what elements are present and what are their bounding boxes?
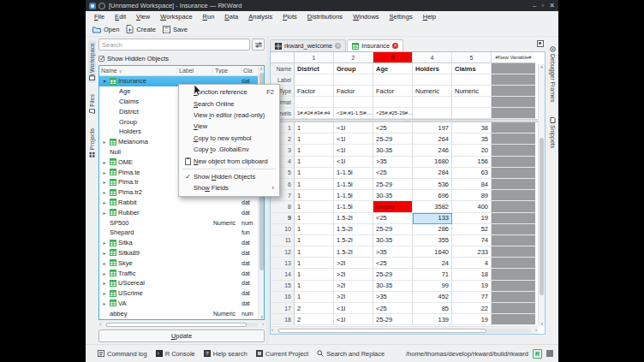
data-cell[interactable]: <25 — [373, 122, 413, 134]
tree-item-shepard[interactable]: Shepardfun — [99, 228, 258, 238]
menu-item-view-in-editor-read-only-[interactable]: View in editor (read-only) — [179, 110, 279, 121]
data-cell[interactable]: 1 — [295, 168, 334, 179]
scroll-left-icon[interactable]: ‹ — [99, 321, 101, 326]
data-cell[interactable]: >35 — [373, 246, 413, 258]
meta-cell[interactable]: Factor — [373, 86, 413, 97]
row-number[interactable]: 17 — [271, 303, 295, 314]
new-variable-cell[interactable] — [492, 179, 535, 190]
row-number[interactable]: 9 — [271, 213, 295, 224]
scroll-right-icon[interactable]: › — [535, 327, 537, 332]
new-variable-cell[interactable] — [492, 157, 535, 168]
data-cell[interactable]: 1 — [295, 201, 334, 212]
data-cell[interactable]: 84 — [452, 179, 492, 190]
menu-plots[interactable]: Plots — [277, 13, 302, 21]
tree-horizontal-scrollbar[interactable]: ‹ › — [98, 321, 265, 328]
column-header-2[interactable]: 2 — [334, 52, 373, 63]
menu-item-new-object-from-clipboard[interactable]: New object from clipboard — [179, 155, 279, 166]
meta-cell[interactable] — [295, 74, 334, 86]
row-number[interactable]: 10 — [271, 224, 295, 235]
save-button[interactable]: Save — [163, 26, 188, 33]
data-cell[interactable]: 25-29 — [373, 134, 413, 145]
tree-item-sp500[interactable]: SP500Numericnum — [99, 217, 258, 228]
data-cell[interactable]: 25-29 — [373, 179, 413, 190]
data-cell[interactable]: invalid — [373, 201, 413, 212]
collapsed-arrow-icon[interactable]: ▸ — [101, 169, 108, 175]
column-header-1[interactable]: 1 — [295, 52, 334, 63]
dock-tab-files[interactable]: Files — [88, 92, 96, 117]
data-cell[interactable]: 22 — [452, 303, 492, 314]
create-button[interactable]: Create — [126, 25, 156, 33]
data-cell[interactable]: 1 — [295, 122, 334, 134]
data-cell[interactable]: <25 — [373, 258, 413, 269]
editor-tab-rkward_welcome[interactable]: rkward_welcome✕ — [270, 39, 346, 51]
statusbar-r-console[interactable]: R Console — [156, 350, 195, 358]
data-cell[interactable]: 2 — [295, 303, 334, 314]
meta-cell[interactable]: Factor — [334, 86, 373, 97]
meta-cell[interactable]: Age — [373, 63, 413, 74]
data-cell[interactable]: 400 — [452, 201, 492, 212]
data-cell[interactable]: 1 — [295, 179, 334, 190]
table-vertical-scrollbar[interactable]: ∧∨ — [538, 64, 545, 326]
tree-item-uscrime[interactable]: ▸UScrimedat — [99, 288, 258, 299]
data-cell[interactable]: >2l — [334, 292, 373, 303]
tree-item-skye[interactable]: ▸Skyedat — [99, 258, 258, 268]
data-cell[interactable]: >35 — [373, 292, 413, 303]
menu-analysis[interactable]: Analysis — [243, 13, 277, 21]
data-cell[interactable]: 18 — [452, 269, 492, 280]
dock-tab-debugger-frames[interactable]: Debugger Frames — [549, 44, 557, 104]
new-variable-cell[interactable] — [492, 168, 535, 179]
data-cell[interactable]: 1-1.5l — [334, 168, 373, 179]
column-header-5[interactable]: 5 — [452, 52, 492, 63]
new-variable-cell[interactable] — [492, 134, 535, 145]
dock-tab-snippets[interactable]: Snippets — [549, 115, 557, 151]
row-number[interactable]: 8 — [271, 201, 295, 212]
checkbox-icon[interactable] — [98, 56, 104, 62]
data-cell[interactable]: 1 — [295, 281, 334, 292]
data-cell[interactable]: 1 — [295, 145, 334, 156]
data-cell[interactable]: 1 — [295, 157, 334, 168]
menu-distributions[interactable]: Distributions — [302, 13, 348, 21]
new-variable-cell[interactable] — [492, 224, 535, 235]
new-variable-cell[interactable] — [492, 281, 535, 292]
data-cell[interactable]: 52 — [452, 224, 492, 235]
data-cell[interactable]: 1 — [295, 190, 334, 201]
window-menu-icon[interactable] — [98, 3, 105, 9]
meta-cell[interactable] — [452, 74, 492, 86]
menu-item-copy-to-globalenv[interactable]: Copy to .GlobalEnv — [179, 144, 279, 155]
data-cell[interactable]: 30-35 — [373, 281, 413, 292]
data-cell[interactable]: 696 — [413, 190, 452, 201]
expanded-arrow-icon[interactable]: ▾ — [101, 78, 108, 84]
data-cell[interactable]: 286 — [413, 224, 452, 235]
collapsed-arrow-icon[interactable]: ▸ — [101, 290, 108, 296]
data-cell[interactable]: 355 — [413, 235, 452, 246]
data-cell[interactable]: 1 — [295, 213, 334, 224]
data-cell[interactable]: 1 — [295, 246, 334, 258]
data-cell[interactable]: 1 — [295, 134, 334, 145]
meta-cell[interactable] — [413, 108, 452, 119]
collapsed-arrow-icon[interactable]: ▸ — [101, 260, 108, 266]
titlebar[interactable]: [Unnamed Workspace] - Insurance — RKWard… — [86, 0, 558, 11]
data-cell[interactable]: 246 — [413, 145, 452, 156]
data-cell[interactable]: 38 — [452, 122, 492, 134]
minimize-button[interactable]: – — [533, 2, 536, 9]
meta-cell[interactable] — [295, 97, 334, 108]
data-cell[interactable]: 30-35 — [373, 145, 413, 156]
column-header-name[interactable]: Name ∨ — [99, 68, 177, 74]
r-engine-status-badge[interactable]: R — [533, 349, 542, 359]
dock-tab-workspace[interactable]: Workspace — [88, 40, 96, 83]
data-cell[interactable]: 1640 — [413, 246, 452, 258]
data-cell[interactable]: 19 — [452, 213, 492, 224]
new-variable-cell[interactable] — [492, 97, 535, 108]
data-cell[interactable]: 99 — [413, 281, 452, 292]
new-variable-cell[interactable] — [492, 63, 535, 74]
data-cell[interactable]: 3582 — [413, 201, 452, 212]
new-variable-cell[interactable] — [492, 145, 535, 156]
editor-tab-insurance[interactable]: Insurance✕ — [347, 39, 403, 51]
data-cell[interactable]: <1l — [334, 157, 373, 168]
data-cell[interactable]: 25-29 — [373, 314, 413, 325]
row-number[interactable]: 13 — [271, 258, 295, 269]
data-cell[interactable]: 1.5-2l — [334, 213, 373, 224]
new-variable-cell[interactable] — [492, 201, 535, 212]
data-cell[interactable]: <1l — [334, 314, 373, 325]
data-cell[interactable]: 4 — [452, 258, 492, 269]
